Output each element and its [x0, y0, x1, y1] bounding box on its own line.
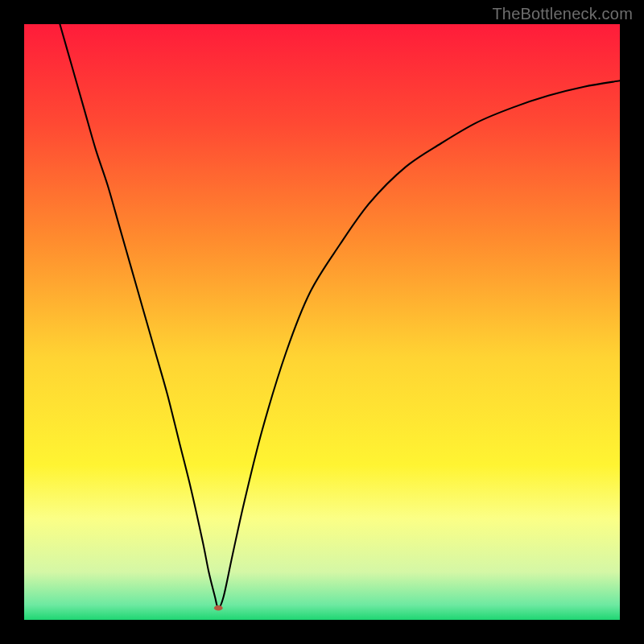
plot-area	[24, 24, 620, 620]
min-marker	[214, 605, 223, 610]
chart-svg	[24, 24, 620, 620]
watermark-text: TheBottleneck.com	[492, 5, 633, 23]
chart-frame: TheBottleneck.com	[0, 0, 644, 644]
bottleneck-curve	[60, 24, 620, 608]
